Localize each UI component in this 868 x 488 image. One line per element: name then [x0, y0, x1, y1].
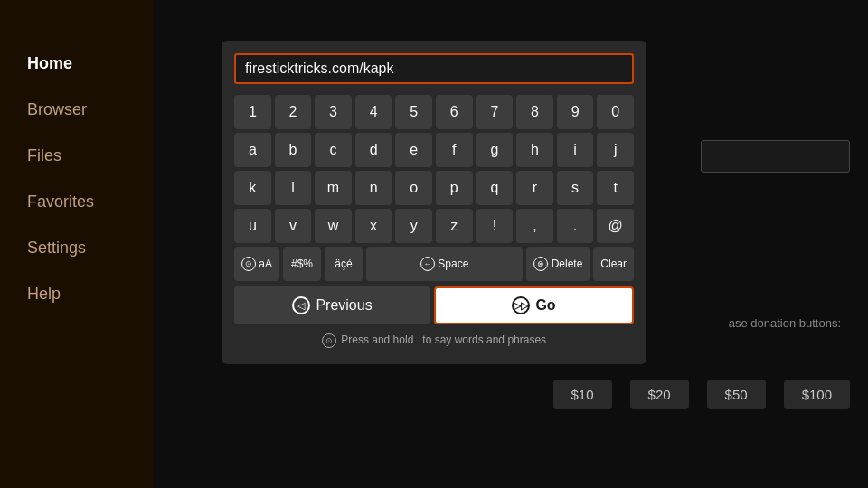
go-circle-icon: ▷▷: [512, 296, 530, 314]
key-n[interactable]: n: [355, 171, 392, 205]
key-u[interactable]: u: [234, 209, 271, 243]
sidebar-item-files[interactable]: Files: [27, 146, 154, 165]
key-4[interactable]: 4: [355, 95, 392, 129]
key-clear[interactable]: Clear: [593, 247, 634, 281]
case-circle-icon: ⊙: [241, 257, 256, 271]
delete-circle-icon: ⊗: [533, 257, 548, 271]
key-space[interactable]: ↔ Space: [366, 247, 523, 281]
donation-label: ase donation buttons:: [729, 316, 841, 330]
key-v[interactable]: v: [275, 209, 312, 243]
key-l[interactable]: l: [275, 171, 312, 205]
key-9[interactable]: 9: [557, 95, 594, 129]
key-t[interactable]: t: [597, 171, 634, 205]
key-period[interactable]: .: [557, 209, 594, 243]
key-s[interactable]: s: [557, 171, 594, 205]
row-aj: a b c d e f g h i j: [234, 133, 634, 167]
key-z[interactable]: z: [436, 209, 473, 243]
url-input-wrapper[interactable]: firesticktricks.com/kapk: [234, 53, 634, 84]
go-label: Go: [535, 297, 555, 314]
key-8[interactable]: 8: [516, 95, 553, 129]
keyboard-rows: 1 2 3 4 5 6 7 8 9 0 a b c d e f g h i j …: [234, 95, 634, 281]
key-a[interactable]: a: [234, 133, 271, 167]
donation-10[interactable]: $10: [553, 380, 612, 409]
special-row: ⊙ aA #$% äçé ↔ Space ⊗ Delete Clear: [234, 247, 634, 281]
donation-50[interactable]: $50: [707, 380, 766, 409]
nav-row: ◁ Previous ▷▷ Go: [234, 286, 634, 324]
key-j[interactable]: j: [597, 133, 634, 167]
key-1[interactable]: 1: [234, 95, 271, 129]
number-row: 1 2 3 4 5 6 7 8 9 0: [234, 95, 634, 129]
key-b[interactable]: b: [275, 133, 312, 167]
key-accents[interactable]: äçé: [325, 247, 363, 281]
key-y[interactable]: y: [395, 209, 432, 243]
key-at[interactable]: @: [597, 209, 634, 243]
key-d[interactable]: d: [355, 133, 392, 167]
mic-icon: ⊙: [322, 333, 336, 348]
key-w[interactable]: w: [315, 209, 352, 243]
key-3[interactable]: 3: [315, 95, 352, 129]
key-k[interactable]: k: [234, 171, 271, 205]
key-0[interactable]: 0: [597, 95, 634, 129]
voice-hint-text2: to say words and phrases: [422, 333, 546, 346]
key-comma[interactable]: ,: [516, 209, 553, 243]
previous-circle-icon: ◁: [292, 296, 310, 314]
donation-buttons: $10 $20 $50 $100: [553, 380, 850, 409]
url-input-text: firesticktricks.com/kapk: [245, 61, 393, 76]
go-button[interactable]: ▷▷ Go: [434, 286, 634, 324]
key-2[interactable]: 2: [275, 95, 312, 129]
sidebar: Home Browser Files Favorites Settings He…: [0, 0, 154, 488]
space-circle-icon: ↔: [420, 257, 435, 271]
key-r[interactable]: r: [516, 171, 553, 205]
key-m[interactable]: m: [315, 171, 352, 205]
key-o[interactable]: o: [395, 171, 432, 205]
key-g[interactable]: g: [476, 133, 514, 167]
key-f[interactable]: f: [436, 133, 473, 167]
key-6[interactable]: 6: [436, 95, 473, 129]
key-e[interactable]: e: [395, 133, 432, 167]
key-delete[interactable]: ⊗ Delete: [526, 247, 590, 281]
key-case[interactable]: ⊙ aA: [234, 247, 279, 281]
previous-label: Previous: [316, 297, 372, 314]
previous-button[interactable]: ◁ Previous: [234, 286, 430, 324]
key-p[interactable]: p: [436, 171, 473, 205]
key-symbols[interactable]: #$%: [283, 247, 321, 281]
key-c[interactable]: c: [315, 133, 352, 167]
key-q[interactable]: q: [476, 171, 514, 205]
sidebar-item-home[interactable]: Home: [27, 54, 154, 73]
key-h[interactable]: h: [516, 133, 553, 167]
sidebar-item-browser[interactable]: Browser: [27, 100, 154, 119]
voice-hint: ⊙ Press and hold to say words and phrase…: [234, 333, 634, 348]
sidebar-item-settings[interactable]: Settings: [27, 239, 154, 258]
donation-20[interactable]: $20: [630, 380, 689, 409]
row-kt: k l m n o p q r s t: [234, 171, 634, 205]
key-exclaim[interactable]: !: [476, 209, 514, 243]
key-5[interactable]: 5: [395, 95, 432, 129]
key-x[interactable]: x: [355, 209, 392, 243]
key-7[interactable]: 7: [476, 95, 514, 129]
sidebar-item-help[interactable]: Help: [27, 285, 154, 304]
secondary-input: [701, 140, 850, 173]
keyboard-dialog: firesticktricks.com/kapk 1 2 3 4 5 6 7 8…: [222, 41, 646, 364]
donation-100[interactable]: $100: [784, 380, 850, 409]
key-i[interactable]: i: [557, 133, 594, 167]
sidebar-item-favorites[interactable]: Favorites: [27, 192, 154, 211]
voice-hint-text: Press and hold: [341, 333, 413, 346]
row-uz: u v w x y z ! , . @: [234, 209, 634, 243]
